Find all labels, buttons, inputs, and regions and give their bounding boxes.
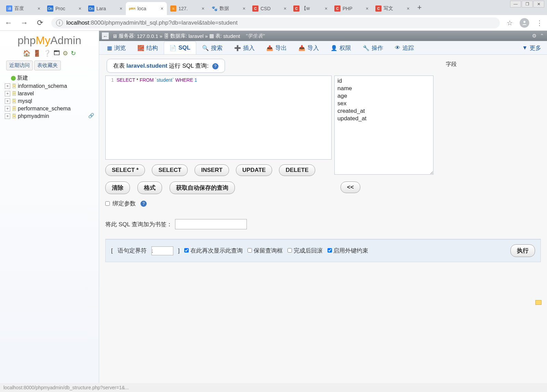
insert-field-button[interactable]: << [341, 181, 360, 193]
browser-tab-active[interactable]: pMAloca× [126, 2, 167, 15]
tab-privileges[interactable]: 👤权限 [325, 41, 357, 54]
close-icon[interactable]: × [407, 6, 410, 11]
close-icon[interactable]: × [243, 6, 245, 11]
crumb-server[interactable]: 127.0.0.1 [137, 33, 158, 39]
tab-operations[interactable]: 🔧操作 [357, 41, 389, 54]
field-item[interactable]: id [337, 77, 430, 85]
expand-icon[interactable]: + [5, 113, 10, 119]
browser-tab[interactable]: OnProc× [44, 2, 85, 15]
recent-tab[interactable]: 近期访问 [6, 60, 33, 70]
back-button[interactable]: ← [4, 18, 13, 27]
browser-tab[interactable]: ≡127.× [167, 2, 208, 15]
tree-db[interactable]: +🗄phpmyadmin [3, 112, 97, 120]
format-button[interactable]: 格式 [137, 181, 162, 194]
tab-more[interactable]: ▼更多 [516, 41, 547, 54]
close-icon[interactable]: × [120, 6, 122, 11]
new-tab-button[interactable]: + [414, 2, 425, 13]
close-icon[interactable]: × [79, 6, 81, 11]
field-item[interactable]: updated_at [337, 115, 430, 122]
collapse-icon[interactable]: ⌃ [540, 33, 544, 39]
field-item[interactable]: sex [337, 100, 430, 107]
docs-icon[interactable]: ❔ [43, 50, 51, 57]
close-icon[interactable]: × [366, 6, 369, 11]
sql-icon[interactable]: 🗔 [54, 50, 60, 57]
console-icon[interactable] [535, 300, 542, 305]
close-icon[interactable]: × [202, 6, 204, 11]
expand-icon[interactable]: + [5, 98, 10, 104]
close-icon[interactable]: × [161, 6, 163, 11]
bookmark-star-icon[interactable]: ☆ [507, 19, 513, 27]
field-item[interactable]: age [337, 92, 430, 100]
settings-icon[interactable]: ⚙ [63, 50, 68, 57]
browser-tab[interactable]: 译百度× [3, 2, 44, 15]
tab-sql[interactable]: 📄SQL [164, 41, 196, 54]
tab-tracking[interactable]: 👁追踪 [389, 41, 420, 54]
tab-search[interactable]: 🔍搜索 [196, 41, 228, 54]
home-icon[interactable]: 🏠 [23, 50, 30, 57]
keep-box-checkbox[interactable] [248, 248, 252, 253]
expand-icon[interactable]: + [5, 106, 10, 111]
browser-tab[interactable]: CCSD× [249, 2, 290, 15]
site-info-icon[interactable]: i [56, 19, 63, 26]
fk-checkbox[interactable] [328, 248, 332, 253]
reload-icon[interactable]: ↻ [71, 50, 76, 57]
expand-icon[interactable]: + [5, 91, 10, 96]
tab-structure[interactable]: 🧱结构 [132, 41, 164, 54]
insert-sql-button[interactable]: INSERT [195, 164, 229, 176]
show-again-checkbox[interactable] [184, 248, 189, 253]
window-maximize-button[interactable]: ❐ [522, 1, 533, 8]
delimiter-input[interactable] [151, 246, 173, 255]
rollback-checkbox[interactable] [288, 248, 292, 253]
browser-tab[interactable]: 🐾数据× [208, 2, 249, 15]
tree-new[interactable]: 新建 [3, 74, 97, 82]
window-close-button[interactable]: ✕ [533, 1, 544, 8]
favorites-tab[interactable]: 表收藏夹 [34, 60, 61, 70]
nav-collapse-icon[interactable]: ← [102, 32, 109, 39]
tab-insert[interactable]: ➕插入 [228, 41, 261, 54]
tree-db[interactable]: +🗄mysql [3, 97, 97, 105]
autosave-button[interactable]: 获取自动保存的查询 [170, 181, 235, 194]
crumb-db[interactable]: laravel [188, 33, 203, 39]
field-item[interactable]: created_at [337, 107, 430, 115]
tree-db[interactable]: +🗄performance_schema [3, 105, 97, 112]
close-icon[interactable]: × [284, 6, 286, 11]
gear-icon[interactable]: ⚙ [532, 33, 536, 39]
tree-db[interactable]: +🗄laravel [3, 90, 97, 97]
close-icon[interactable]: × [325, 6, 328, 11]
fields-list[interactable]: id name age sex created_at updated_at [334, 76, 433, 175]
crumb-table[interactable]: student [223, 33, 240, 39]
expand-icon[interactable]: + [5, 83, 10, 89]
url-input[interactable]: i localhost:8000/phpmyadmin/tbl_sql.php?… [51, 17, 500, 28]
bookmark-input[interactable] [175, 219, 247, 229]
show-again-option[interactable]: 在此再次显示此查询 [184, 247, 243, 255]
browser-tab[interactable]: CPHP× [331, 2, 372, 15]
tab-browse[interactable]: ▦浏览 [101, 41, 132, 54]
reload-button[interactable]: ⟳ [36, 18, 44, 27]
tab-import[interactable]: 📥导入 [293, 41, 325, 54]
update-button[interactable]: UPDATE [236, 164, 272, 176]
profile-avatar[interactable] [520, 18, 529, 28]
sql-editor[interactable]: 1 SELECT * FROM `student` WHERE 1 [105, 76, 332, 160]
field-item[interactable]: name [337, 85, 430, 92]
tab-export[interactable]: 📤导出 [261, 41, 293, 54]
fk-option[interactable]: 启用外键约束 [328, 247, 369, 255]
select-star-button[interactable]: SELECT * [105, 164, 145, 176]
tree-db[interactable]: +🗄information_schema [3, 82, 97, 90]
clear-button[interactable]: 清除 [105, 181, 130, 194]
select-button[interactable]: SELECT [152, 164, 188, 176]
keep-box-option[interactable]: 保留查询框 [248, 247, 283, 255]
close-icon[interactable]: × [38, 6, 40, 11]
forward-button[interactable]: → [20, 18, 29, 27]
delete-button[interactable]: DELETE [279, 164, 315, 176]
logout-icon[interactable]: 🚪 [33, 50, 41, 57]
bind-params-checkbox[interactable] [105, 201, 110, 206]
go-button[interactable]: 执行 [510, 244, 535, 257]
browser-tab[interactable]: C写文× [372, 2, 413, 15]
browser-tab[interactable]: C【w× [290, 2, 331, 15]
link-icon[interactable]: 🔗 [88, 113, 94, 118]
help-icon[interactable]: ? [212, 63, 218, 69]
rollback-option[interactable]: 完成后回滚 [288, 247, 323, 255]
help-icon[interactable]: ? [141, 201, 147, 207]
browser-tab[interactable]: OnLara× [85, 2, 126, 15]
browser-menu-icon[interactable]: ⋮ [536, 19, 543, 27]
